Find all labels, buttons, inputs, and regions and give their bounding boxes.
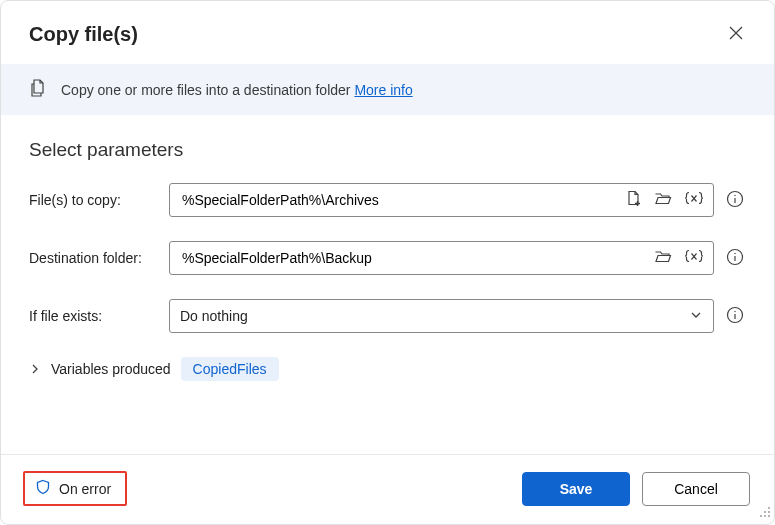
files-to-copy-info[interactable]: [724, 190, 746, 211]
footer-actions: Save Cancel: [522, 472, 750, 506]
banner-desc: Copy one or more files into a destinatio…: [61, 82, 354, 98]
files-to-copy-input-wrap: [169, 183, 714, 217]
destination-info[interactable]: [724, 248, 746, 269]
shield-icon: [35, 479, 51, 498]
select-variable-button[interactable]: [681, 188, 707, 212]
svg-point-6: [768, 507, 770, 509]
close-icon: [728, 25, 744, 44]
variable-icon: [684, 191, 704, 209]
on-error-button[interactable]: On error: [23, 471, 127, 506]
svg-point-5: [734, 310, 735, 311]
if-exists-label: If file exists:: [29, 308, 169, 324]
select-folder-button[interactable]: [651, 187, 675, 213]
chevron-down-icon: [689, 308, 703, 325]
select-file-button[interactable]: [622, 187, 645, 213]
destination-label: Destination folder:: [29, 250, 169, 266]
dialog-content: Select parameters File(s) to copy:: [1, 115, 774, 454]
svg-point-1: [734, 194, 735, 195]
files-to-copy-row: File(s) to copy:: [29, 183, 746, 217]
copy-files-dialog: Copy file(s) Copy one or more files into…: [0, 0, 775, 525]
if-exists-value: Do nothing: [180, 308, 248, 324]
save-button[interactable]: Save: [522, 472, 630, 506]
info-icon: [726, 190, 744, 211]
variables-produced-row[interactable]: Variables produced CopiedFiles: [29, 357, 746, 381]
if-exists-info[interactable]: [724, 306, 746, 327]
files-to-copy-icons: [622, 187, 707, 213]
folder-open-icon: [654, 190, 672, 210]
variables-label: Variables produced: [51, 361, 171, 377]
svg-point-11: [760, 515, 762, 517]
svg-point-3: [734, 252, 735, 253]
info-icon: [726, 248, 744, 269]
dialog-header: Copy file(s): [1, 1, 774, 64]
destination-input[interactable]: [180, 249, 651, 267]
banner-text: Copy one or more files into a destinatio…: [61, 82, 413, 98]
destination-row: Destination folder:: [29, 241, 746, 275]
folder-open-icon: [654, 248, 672, 268]
file-add-icon: [625, 190, 642, 210]
files-to-copy-label: File(s) to copy:: [29, 192, 169, 208]
on-error-label: On error: [59, 481, 111, 497]
destination-input-wrap: [169, 241, 714, 275]
resize-grip-icon[interactable]: [759, 505, 771, 521]
if-exists-row: If file exists: Do nothing: [29, 299, 746, 333]
close-button[interactable]: [722, 19, 750, 50]
if-exists-select[interactable]: Do nothing: [169, 299, 714, 333]
more-info-link[interactable]: More info: [354, 82, 412, 98]
variable-icon: [684, 249, 704, 267]
svg-point-10: [764, 515, 766, 517]
info-icon: [726, 306, 744, 327]
select-variable-button[interactable]: [681, 246, 707, 270]
copy-file-icon: [29, 78, 49, 101]
variable-pill[interactable]: CopiedFiles: [181, 357, 279, 381]
info-banner: Copy one or more files into a destinatio…: [1, 64, 774, 115]
select-folder-button[interactable]: [651, 245, 675, 271]
dialog-footer: On error Save Cancel: [1, 454, 774, 524]
chevron-right-icon: [29, 363, 41, 375]
svg-point-9: [768, 515, 770, 517]
section-title: Select parameters: [29, 139, 746, 161]
svg-point-8: [764, 511, 766, 513]
destination-icons: [651, 245, 707, 271]
dialog-title: Copy file(s): [29, 23, 138, 46]
svg-point-7: [768, 511, 770, 513]
files-to-copy-input[interactable]: [180, 191, 622, 209]
cancel-button[interactable]: Cancel: [642, 472, 750, 506]
